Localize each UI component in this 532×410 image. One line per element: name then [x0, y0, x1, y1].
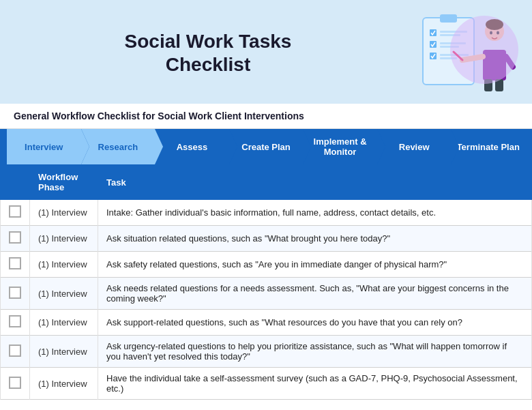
- tab-assess[interactable]: Assess: [155, 129, 229, 164]
- checkbox-icon[interactable]: [9, 231, 21, 244]
- svg-rect-1: [440, 14, 457, 23]
- phase-cell: (1) Interview: [30, 368, 98, 400]
- header-text: Social Work Tasks Checklist: [14, 30, 402, 76]
- checkbox-icon[interactable]: [9, 345, 21, 357]
- phase-cell: (1) Interview: [30, 200, 98, 226]
- task-cell: Ask needs related questions for a needs …: [98, 278, 532, 310]
- checkbox-cell[interactable]: [1, 226, 30, 252]
- phase-cell: (1) Interview: [30, 252, 98, 278]
- tab-implement[interactable]: Implement & Monitor: [303, 129, 377, 164]
- subtitle-text: General Workflow Checklist for Social Wo…: [14, 111, 518, 121]
- title-line1: Social Work Tasks: [125, 31, 292, 52]
- table-row: (1) InterviewIntake: Gather individual's…: [1, 200, 532, 226]
- table-row: (1) InterviewAsk needs related questions…: [1, 278, 532, 310]
- phase-cell: (1) Interview: [30, 310, 98, 336]
- task-cell: Ask safety related questions, such as "A…: [98, 252, 532, 278]
- table-row: (1) InterviewAsk urgency-related questio…: [1, 336, 532, 368]
- subtitle-bar: General Workflow Checklist for Social Wo…: [0, 104, 532, 129]
- tab-research-label: Research: [98, 142, 138, 152]
- checkbox-cell[interactable]: [1, 278, 30, 310]
- tab-create-plan[interactable]: Create Plan: [229, 129, 304, 164]
- tab-review-label: Review: [399, 142, 430, 152]
- phase-cell: (1) Interview: [30, 336, 98, 368]
- illus-circle-bg: [450, 16, 518, 84]
- task-cell: Intake: Gather individual's basic inform…: [98, 200, 532, 226]
- task-cell: Have the individual take a self-assessme…: [98, 368, 532, 400]
- checkbox-icon[interactable]: [9, 257, 21, 269]
- workflow-tabs: Interview Research Assess Create Plan Im…: [0, 129, 532, 164]
- checkbox-cell[interactable]: [1, 252, 30, 278]
- task-cell: Ask situation related questions, such as…: [98, 226, 532, 252]
- tab-create-plan-label: Create Plan: [241, 142, 291, 152]
- tab-interview[interactable]: Interview: [7, 129, 81, 164]
- tab-research[interactable]: Research: [81, 129, 156, 164]
- tab-assess-label: Assess: [177, 142, 208, 152]
- task-cell: Ask urgency-related questions to help yo…: [98, 336, 532, 368]
- table-row: (1) InterviewAsk support-related questio…: [1, 310, 532, 336]
- checkbox-icon[interactable]: [9, 205, 21, 218]
- tab-interview-label: Interview: [25, 142, 63, 152]
- checklist-table: Workflow Phase Task (1) InterviewIntake:…: [0, 164, 532, 400]
- col-check: [1, 165, 30, 200]
- checkbox-icon[interactable]: [9, 377, 21, 389]
- phase-cell: (1) Interview: [30, 226, 98, 252]
- page-title: Social Work Tasks Checklist: [14, 30, 402, 76]
- table-row: (1) InterviewAsk safety related question…: [1, 252, 532, 278]
- checkbox-cell[interactable]: [1, 336, 30, 368]
- header-illustration: [402, 12, 518, 94]
- title-line2: Checklist: [166, 54, 251, 75]
- tab-review[interactable]: Review: [377, 129, 452, 164]
- svg-rect-5: [430, 41, 437, 48]
- col-phase: Workflow Phase: [30, 165, 98, 200]
- tab-terminate-label: Terminate Plan: [457, 142, 520, 152]
- tab-terminate[interactable]: Terminate Plan: [451, 129, 525, 164]
- checkbox-cell[interactable]: [1, 368, 30, 400]
- tab-implement-label: Implement & Monitor: [307, 136, 373, 157]
- header: Social Work Tasks Checklist: [0, 0, 532, 104]
- table-row: (1) InterviewAsk situation related quest…: [1, 226, 532, 252]
- svg-rect-2: [430, 29, 437, 36]
- checkbox-icon[interactable]: [9, 287, 21, 299]
- checkbox-cell[interactable]: [1, 200, 30, 226]
- svg-rect-8: [430, 53, 437, 59]
- col-task: Task: [98, 165, 532, 200]
- table-row: (1) InterviewHave the individual take a …: [1, 368, 532, 400]
- checkbox-cell[interactable]: [1, 310, 30, 336]
- task-cell: Ask support-related questions, such as "…: [98, 310, 532, 336]
- checkbox-icon[interactable]: [9, 315, 21, 327]
- phase-cell: (1) Interview: [30, 278, 98, 310]
